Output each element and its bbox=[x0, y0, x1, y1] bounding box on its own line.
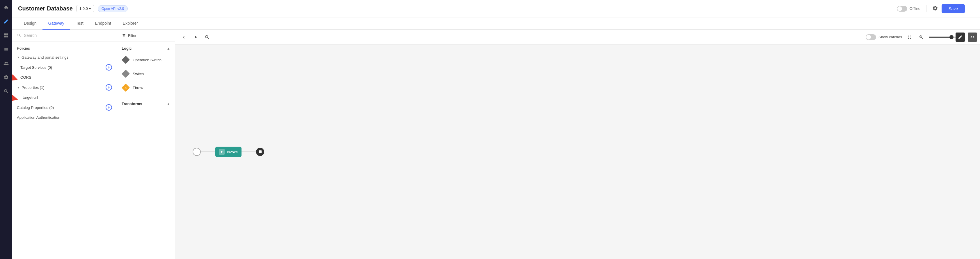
search-input[interactable] bbox=[24, 33, 112, 38]
settings-button[interactable] bbox=[932, 5, 938, 12]
flow-invoke-node[interactable]: invoke bbox=[215, 147, 242, 157]
sidebar-item-target-url[interactable]: target-url bbox=[12, 93, 117, 102]
sidebar-search bbox=[12, 30, 117, 41]
transforms-section-title: Transforms ▲ bbox=[117, 99, 175, 108]
expand-icon[interactable] bbox=[905, 33, 914, 41]
code-view-button[interactable] bbox=[968, 33, 977, 42]
users-icon[interactable] bbox=[2, 59, 10, 67]
zoom-knob[interactable] bbox=[950, 35, 953, 39]
show-catches-switch[interactable] bbox=[865, 34, 876, 40]
filter-label: Filter bbox=[128, 33, 137, 38]
play-button[interactable] bbox=[191, 33, 200, 41]
flow-end-node[interactable] bbox=[256, 148, 264, 156]
invoke-node-label: invoke bbox=[227, 150, 238, 154]
tabs-bar: Design Gateway Test Endpoint Explorer bbox=[12, 17, 980, 30]
search-nav-icon[interactable] bbox=[2, 87, 10, 95]
back-button[interactable] bbox=[180, 33, 188, 41]
offline-switch[interactable] bbox=[897, 6, 907, 12]
settings-icon[interactable] bbox=[2, 73, 10, 81]
flow-line-2 bbox=[242, 152, 256, 152]
main-content: Customer Database 1.0.0 ▾ Open API v2.0 … bbox=[12, 0, 980, 259]
tab-explorer[interactable]: Explorer bbox=[117, 17, 144, 30]
sidebar-section-app-auth[interactable]: Application Authentication bbox=[12, 113, 117, 122]
sidebar-section-properties[interactable]: ▼ Properties (1) + bbox=[12, 82, 117, 93]
app-header: Customer Database 1.0.0 ▾ Open API v2.0 … bbox=[12, 0, 980, 17]
list-icon[interactable] bbox=[2, 45, 10, 54]
offline-label: Offline bbox=[910, 6, 920, 11]
edit-icon[interactable] bbox=[2, 17, 10, 25]
open-api-badge[interactable]: Open API v2.0 bbox=[98, 5, 128, 12]
show-catches-toggle: Show catches bbox=[865, 34, 902, 40]
left-navigation bbox=[0, 0, 12, 259]
logic-section: Logic ▲ Operation Switch Switch bbox=[117, 41, 175, 97]
more-menu-button[interactable]: ⋮ bbox=[968, 5, 974, 12]
add-catalog-props-button[interactable]: + bbox=[106, 104, 112, 111]
flow-diagram: invoke bbox=[192, 147, 264, 157]
filter-icon bbox=[122, 33, 126, 38]
sidebar-section-gateway[interactable]: ▼ Gateway and portal settings bbox=[12, 53, 117, 62]
tab-design[interactable]: Design bbox=[18, 17, 43, 30]
invoke-node-icon bbox=[219, 149, 224, 155]
operation-switch-icon bbox=[122, 56, 130, 64]
sidebar-section-catalog[interactable]: Catalog Properties (0) + bbox=[12, 102, 117, 113]
switch-icon bbox=[122, 69, 130, 78]
flow-line-1 bbox=[201, 152, 215, 152]
grid-icon[interactable] bbox=[2, 32, 10, 39]
filter-header: Filter bbox=[117, 30, 175, 41]
tab-test[interactable]: Test bbox=[70, 17, 89, 30]
logic-item-switch[interactable]: Switch bbox=[117, 67, 175, 81]
logic-item-throw[interactable]: ⚠ Throw bbox=[117, 81, 175, 95]
logic-item-operation-switch[interactable]: Operation Switch bbox=[117, 53, 175, 67]
add-target-services-button[interactable]: + bbox=[106, 64, 112, 71]
app-title: Customer Database bbox=[18, 5, 73, 12]
canvas-search-button[interactable] bbox=[203, 33, 211, 41]
logic-panel: Filter Logic ▲ Operation Switch bbox=[117, 30, 175, 259]
sidebar-item-cors[interactable]: CORS bbox=[12, 73, 117, 82]
edit-view-button[interactable] bbox=[956, 33, 965, 42]
version-selector[interactable]: 1.0.0 ▾ bbox=[76, 5, 94, 12]
home-icon[interactable] bbox=[2, 3, 10, 12]
transforms-section: Transforms ▲ bbox=[117, 97, 175, 111]
offline-toggle: Offline bbox=[897, 6, 920, 12]
canvas-flow: invoke bbox=[175, 45, 980, 259]
body-layout: Policies ▼ Gateway and portal settings T… bbox=[12, 30, 980, 259]
operation-switch-label: Operation Switch bbox=[133, 58, 161, 62]
zoom-out-icon[interactable] bbox=[917, 33, 925, 41]
save-button[interactable]: Save bbox=[942, 4, 965, 13]
throw-label: Throw bbox=[133, 86, 143, 90]
flow-start-node[interactable] bbox=[192, 148, 201, 156]
canvas-area: Show catches bbox=[175, 30, 980, 259]
throw-icon: ⚠ bbox=[122, 84, 130, 92]
switch-label: Switch bbox=[133, 72, 144, 76]
tab-gateway[interactable]: Gateway bbox=[43, 17, 70, 30]
sidebar-item-policies[interactable]: Policies bbox=[12, 44, 117, 53]
logic-section-title: Logic ▲ bbox=[117, 44, 175, 53]
show-catches-label: Show catches bbox=[878, 35, 902, 39]
sidebar-scroll: Policies ▼ Gateway and portal settings T… bbox=[12, 41, 117, 259]
tab-endpoint[interactable]: Endpoint bbox=[89, 17, 117, 30]
add-properties-button[interactable]: + bbox=[106, 84, 112, 91]
search-icon bbox=[17, 33, 22, 38]
canvas-toolbar: Show catches bbox=[175, 30, 980, 45]
sidebar-item-target-services[interactable]: Target Services (0) + bbox=[12, 62, 117, 73]
sidebar: Policies ▼ Gateway and portal settings T… bbox=[12, 30, 117, 259]
